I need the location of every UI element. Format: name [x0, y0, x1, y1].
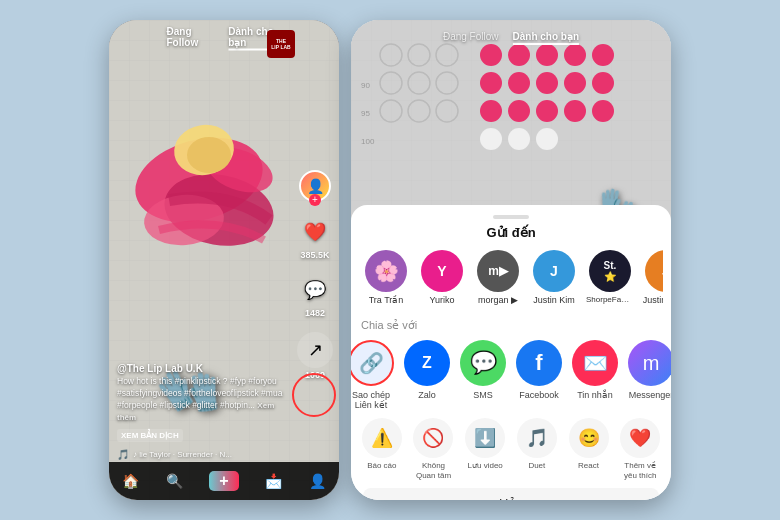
action-buttons: 👤 ❤️ 385.5K 💬 1482 ↗ 1 [297, 170, 333, 380]
svg-point-26 [508, 128, 530, 150]
message-button[interactable]: ✉️ Tin nhắn [572, 340, 618, 410]
username-label: @The Lip Lab U.K [117, 363, 291, 374]
video-description: How hot is this #pinklipstick ? #fyp #fo… [117, 376, 291, 424]
copy-link-button[interactable]: 🔗 Sao chépLiên kết [351, 340, 394, 410]
comment-button[interactable]: 💬 1482 [299, 274, 331, 318]
svg-text:95: 95 [361, 109, 370, 118]
svg-point-24 [592, 100, 614, 122]
svg-point-23 [564, 100, 586, 122]
duet-button[interactable]: 🎵 Duet [514, 418, 560, 480]
share-options-row: 🔗 Sao chépLiên kết Z Zalo 💬 [361, 340, 661, 410]
svg-point-27 [536, 128, 558, 150]
svg-point-15 [480, 72, 502, 94]
like-button[interactable]: ❤️ 385.5K [299, 216, 331, 260]
friend-morgan[interactable]: m▶ morgan ▶ [475, 250, 521, 305]
zalo-button[interactable]: Z Zalo [404, 340, 450, 410]
svg-text:90: 90 [361, 81, 370, 90]
following-tab[interactable]: Đang Follow [167, 26, 215, 51]
profile-icon: 👤 [309, 473, 326, 489]
svg-point-20 [480, 100, 502, 122]
friend-justim[interactable]: J Justim Vit... [643, 250, 663, 305]
share-with-section: Chia sẻ với 🔗 Sao chépLiên kết Z [351, 319, 671, 410]
svg-text:100: 100 [361, 137, 375, 146]
nav-profile[interactable]: 👤 [309, 473, 326, 489]
svg-point-16 [508, 72, 530, 94]
share-panel: Gửi đến 🌸 Tra Trần Y [351, 205, 671, 500]
svg-point-21 [508, 100, 530, 122]
discover-icon: 🔍 [166, 473, 183, 489]
friend-justin-kim[interactable]: J Justin Kim [531, 250, 577, 305]
friends-list: 🌸 Tra Trần Y Yuriko m▶ [359, 250, 663, 313]
avatar-action[interactable]: 👤 [299, 170, 331, 202]
video-info: @The Lip Lab U.K How hot is this #pinkli… [117, 363, 291, 442]
facebook-button[interactable]: f Facebook [516, 340, 562, 410]
report-button[interactable]: ⚠️ Báo cáo [359, 418, 405, 480]
cancel-button[interactable]: Hủy [363, 488, 659, 500]
share-panel-title: Gửi đến [351, 225, 671, 240]
svg-point-19 [592, 72, 614, 94]
right-for-you-tab[interactable]: Dành cho bạn [513, 31, 580, 45]
friend-tra-tran[interactable]: 🌸 Tra Trần [363, 250, 409, 305]
svg-point-18 [564, 72, 586, 94]
panel-handle [493, 215, 529, 219]
send-to-section: 🌸 Tra Trần Y Yuriko m▶ [351, 250, 671, 313]
messenger-button[interactable]: m Messenger [628, 340, 671, 410]
top-bar: Đang Follow Dành cho bạn [109, 20, 339, 56]
nav-inbox[interactable]: 📩 [265, 473, 282, 489]
translate-button[interactable]: XEM BẢN DỊCH [117, 429, 183, 442]
right-following-tab[interactable]: Đang Follow [443, 31, 499, 45]
share-with-label: Chia sẻ với [361, 319, 661, 332]
left-phone: 🧤 Đang Follow Dành cho bạn THELIP LAB [109, 20, 339, 500]
video-background: 🧤 Đang Follow Dành cho bạn THELIP LAB [109, 20, 339, 500]
svg-point-17 [536, 72, 558, 94]
save-video-button[interactable]: ⬇️ Lưu video [462, 418, 508, 480]
nav-discover[interactable]: 🔍 [166, 473, 183, 489]
friend-yuriko[interactable]: Y Yuriko [419, 250, 465, 305]
share-button[interactable]: ↗ 1069 [297, 332, 333, 380]
inbox-icon: 📩 [265, 473, 282, 489]
music-bar: 🎵 ♪ lie Taylor · Surrender · N... [117, 449, 331, 460]
more-actions-row: ⚠️ Báo cáo 🚫 KhôngQuan tâm ⬇️ Lưu video … [351, 418, 671, 480]
add-icon: + [209, 471, 239, 491]
nav-add[interactable]: + [209, 471, 239, 491]
sms-button[interactable]: 💬 SMS [460, 340, 506, 410]
favorite-button[interactable]: ❤️ Thêm vềyêu thích [617, 418, 663, 480]
share-icon: ↗ [297, 332, 333, 368]
right-phone: 90 95 100 🧤 Đang Follow Dành cho bạn [351, 20, 671, 500]
svg-point-7 [187, 137, 231, 173]
not-interested-button[interactable]: 🚫 KhôngQuan tâm [411, 418, 457, 480]
right-top-bar: Đang Follow Dành cho bạn [351, 20, 671, 56]
svg-point-22 [536, 100, 558, 122]
lip-lab-badge: THELIP LAB [267, 30, 295, 58]
home-icon: 🏠 [122, 473, 139, 489]
svg-point-25 [480, 128, 502, 150]
nav-home[interactable]: 🏠 [122, 473, 139, 489]
react-button[interactable]: 😊 React [566, 418, 612, 480]
friend-shorpe-family[interactable]: St.⭐ ShorpeFami lySingers [587, 250, 633, 305]
bottom-navigation: 🏠 🔍 + 📩 👤 [109, 462, 339, 500]
